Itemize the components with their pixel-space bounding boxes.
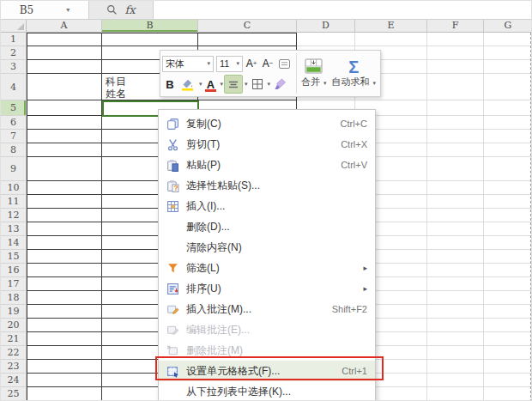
row-header-21[interactable]: 21: [1, 332, 27, 346]
row-header-11[interactable]: 11: [1, 195, 27, 209]
cell-g19[interactable]: [484, 305, 532, 319]
row-header-8[interactable]: 8: [1, 143, 27, 157]
cell-c1[interactable]: [198, 33, 297, 46]
borders-button[interactable]: [249, 76, 266, 93]
cell-a19[interactable]: [27, 305, 102, 319]
menu-item-copy[interactable]: 复制(C)Ctrl+C: [159, 113, 375, 134]
cell-a24[interactable]: [27, 374, 102, 387]
cell-a15[interactable]: [27, 250, 102, 264]
cell-g4[interactable]: [484, 74, 532, 100]
cell-g1[interactable]: [484, 33, 532, 46]
symbol-button[interactable]: [276, 55, 292, 72]
cell-g17[interactable]: [484, 277, 532, 291]
cell-f3[interactable]: [427, 60, 484, 74]
name-box-caret-icon[interactable]: ▾: [66, 6, 70, 14]
menu-item-cut[interactable]: 剪切(T)Ctrl+X: [159, 134, 375, 155]
cell-g2[interactable]: [484, 46, 532, 60]
cell-f16[interactable]: [427, 264, 484, 277]
cell-a22[interactable]: [27, 346, 102, 360]
cell-f6[interactable]: [427, 116, 484, 130]
name-box[interactable]: B5 ▾: [1, 1, 89, 19]
font-color-button[interactable]: A: [203, 76, 219, 93]
cell-f24[interactable]: [427, 374, 484, 387]
merge-cells-button[interactable]: 合并 ▾: [301, 52, 327, 94]
column-header-d[interactable]: D: [297, 20, 355, 33]
cell-a14[interactable]: [27, 236, 102, 250]
cell-g10[interactable]: [484, 181, 532, 195]
row-header-4[interactable]: 4: [1, 74, 27, 100]
menu-item-paste-special[interactable]: ?选择性粘贴(S)...: [159, 175, 375, 196]
row-header-15[interactable]: 15: [1, 250, 27, 264]
decrease-font-button[interactable]: A−: [260, 55, 275, 72]
cell-f15[interactable]: [427, 250, 484, 264]
row-header-13[interactable]: 13: [1, 222, 27, 236]
cell-a17[interactable]: [27, 277, 102, 291]
cell-g5[interactable]: [484, 100, 532, 116]
cell-g20[interactable]: [484, 319, 532, 332]
menu-item-item-6[interactable]: 删除(D)...: [159, 216, 375, 237]
row-header-24[interactable]: 24: [1, 374, 27, 387]
cell-f21[interactable]: [427, 332, 484, 346]
bold-button[interactable]: B: [162, 76, 178, 93]
format-painter-button[interactable]: [271, 76, 290, 93]
row-header-5[interactable]: 5: [1, 100, 27, 116]
cell-f25[interactable]: [427, 387, 484, 401]
cell-e1[interactable]: [355, 33, 427, 46]
cell-a18[interactable]: [27, 291, 102, 305]
cell-a25[interactable]: [27, 387, 102, 401]
increase-font-button[interactable]: A+: [244, 55, 259, 72]
cell-b1[interactable]: [102, 33, 198, 46]
cell-f23[interactable]: [427, 360, 484, 374]
row-header-7[interactable]: 7: [1, 130, 27, 143]
cell-g12[interactable]: [484, 209, 532, 222]
menu-item-paste[interactable]: 粘贴(P)Ctrl+V: [159, 155, 375, 175]
cell-f13[interactable]: [427, 222, 484, 236]
cell-a13[interactable]: [27, 222, 102, 236]
row-header-16[interactable]: 16: [1, 264, 27, 277]
align-center-button[interactable]: [224, 75, 243, 94]
menu-item-insert[interactable]: 插入(I)...: [159, 196, 375, 216]
formula-input[interactable]: [153, 1, 532, 19]
fill-color-caret-icon[interactable]: ▾: [199, 81, 203, 88]
cell-g18[interactable]: [484, 291, 532, 305]
cell-a7[interactable]: [27, 130, 102, 143]
row-header-25[interactable]: 25: [1, 387, 27, 401]
cell-a23[interactable]: [27, 360, 102, 374]
column-header-g[interactable]: G: [484, 20, 532, 33]
cell-a20[interactable]: [27, 319, 102, 332]
cell-a8[interactable]: [27, 143, 102, 157]
cell-a21[interactable]: [27, 332, 102, 346]
cell-f8[interactable]: [427, 143, 484, 157]
row-header-20[interactable]: 20: [1, 319, 27, 332]
column-header-e[interactable]: E: [355, 20, 427, 33]
cell-g23[interactable]: [484, 360, 532, 374]
cell-f7[interactable]: [427, 130, 484, 143]
cell-f19[interactable]: [427, 305, 484, 319]
row-header-12[interactable]: 12: [1, 209, 27, 222]
cell-a11[interactable]: [27, 195, 102, 209]
cell-a5[interactable]: [27, 100, 102, 116]
cell-g7[interactable]: [484, 130, 532, 143]
cell-f22[interactable]: [427, 346, 484, 360]
cell-d1[interactable]: [297, 33, 355, 46]
menu-item-sort[interactable]: 排序(U)▸: [159, 278, 375, 299]
cell-f1[interactable]: [427, 33, 484, 46]
cell-f2[interactable]: [427, 46, 484, 60]
cell-g15[interactable]: [484, 250, 532, 264]
row-header-3[interactable]: 3: [1, 60, 27, 74]
row-header-22[interactable]: 22: [1, 346, 27, 360]
menu-item-item-14[interactable]: 从下拉列表中选择(K)...: [159, 381, 375, 401]
column-header-a[interactable]: A: [27, 20, 102, 33]
magnifier-icon[interactable]: [106, 4, 118, 15]
row-header-17[interactable]: 17: [1, 277, 27, 291]
row-header-23[interactable]: 23: [1, 360, 27, 374]
cell-g8[interactable]: [484, 143, 532, 157]
borders-caret-icon[interactable]: ▾: [268, 81, 271, 88]
font-size-select[interactable]: 11 ▾: [216, 56, 243, 72]
cell-f10[interactable]: [427, 181, 484, 195]
cell-g22[interactable]: [484, 346, 532, 360]
row-header-6[interactable]: 6: [1, 116, 27, 130]
cell-g14[interactable]: [484, 236, 532, 250]
row-header-2[interactable]: 2: [1, 46, 27, 60]
column-header-b[interactable]: B: [102, 20, 198, 33]
